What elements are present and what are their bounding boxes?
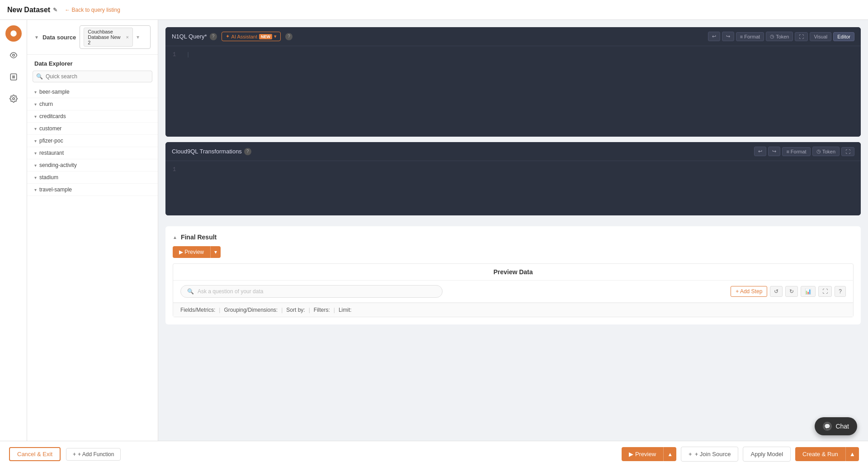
query-redo-button[interactable]: ↪: [722, 32, 734, 41]
final-result-section: ▲ Final Result ▶ Preview ▾ Preview Data …: [165, 226, 861, 324]
transform-header: Cloud9QL Transformations ? ↩ ↪ ≡ Format …: [165, 142, 861, 161]
tree-expand-icon: ▾: [34, 126, 37, 131]
add-function-label: + Add Function: [78, 451, 114, 457]
query-undo-button[interactable]: ↩: [708, 32, 720, 41]
list-item[interactable]: ▾sending-activity: [27, 159, 158, 172]
top-header: New Dataset ✎ ← Back to query listing: [0, 0, 868, 20]
preview-tool-expand[interactable]: ⛶: [818, 286, 832, 297]
main-content: ▼ Data source Couchbase Database New 2 ×…: [27, 20, 868, 467]
final-result-collapse-arrow[interactable]: ▲: [173, 235, 177, 240]
transform-expand-button[interactable]: ⛶: [841, 147, 854, 156]
create-run-chevron[interactable]: ▲: [845, 447, 859, 461]
transform-section: Cloud9QL Transformations ? ↩ ↪ ≡ Format …: [165, 142, 861, 215]
preview-data-area: Preview Data 🔍 Ask a question of your da…: [173, 263, 854, 317]
create-run-btn-group: Create & Run ▲: [795, 447, 859, 461]
query-expand-button[interactable]: ⛶: [795, 32, 808, 41]
list-item[interactable]: ▾pfizer-poc: [27, 135, 158, 147]
list-item[interactable]: ▾stadium: [27, 172, 158, 184]
transform-undo-button[interactable]: ↩: [754, 147, 766, 156]
svg-point-1: [12, 54, 14, 57]
query-help-icon[interactable]: ?: [210, 33, 217, 40]
add-step-button[interactable]: + Add Step: [731, 286, 767, 297]
list-item[interactable]: ▾travel-sample: [27, 184, 158, 196]
page-title-text: New Dataset: [7, 6, 50, 14]
preview-button[interactable]: ▶ Preview: [173, 246, 210, 258]
datasource-tag[interactable]: Couchbase Database New 2 ×: [84, 28, 133, 47]
datasource-select[interactable]: Couchbase Database New 2 × ▾: [80, 25, 151, 49]
create-run-button[interactable]: Create & Run: [795, 447, 845, 461]
preview-tool-help[interactable]: ?: [835, 286, 846, 297]
transform-token-button[interactable]: ◷ Token: [812, 147, 840, 156]
page-title: New Dataset ✎: [7, 6, 57, 14]
list-item[interactable]: ▾creditcards: [27, 110, 158, 123]
tree-list: ▾beer-sample ▾churn ▾creditcards ▾custom…: [27, 86, 158, 467]
query-code-editor[interactable]: 1 |: [165, 46, 861, 137]
datasource-chevron-icon[interactable]: ▾: [137, 34, 139, 40]
tree-expand-icon: ▾: [34, 163, 37, 168]
data-explorer-panel: ▼ Data source Couchbase Database New 2 ×…: [27, 20, 158, 467]
datasource-row: ▼ Data source Couchbase Database New 2 ×…: [27, 20, 158, 55]
preview-btn-bottom[interactable]: ▶ Preview: [622, 447, 663, 461]
transform-code-editor[interactable]: 1: [165, 161, 861, 215]
ai-new-badge: NEW: [259, 34, 272, 39]
transform-help-icon[interactable]: ?: [244, 148, 251, 155]
datasource-label: Data source: [42, 34, 76, 41]
join-source-label: + Join Source: [695, 451, 731, 457]
join-source-button[interactable]: + + Join Source: [681, 447, 738, 462]
ask-question-row: 🔍 Ask a question of your data + Add Step…: [173, 281, 853, 303]
editor-area: N1QL Query* ? ✦ AI Assistant NEW ▾ ? ↩: [158, 20, 868, 467]
main-layout: ▼ Data source Couchbase Database New 2 ×…: [0, 20, 868, 467]
query-line-number: 1: [173, 52, 176, 58]
fields-separator2: |: [281, 307, 283, 313]
sidebar-icon-eye[interactable]: [5, 47, 22, 63]
sidebar-icon-list[interactable]: [5, 69, 22, 85]
final-result-header-row: ▲ Final Result: [173, 234, 854, 241]
preview-dropdown-button[interactable]: ▾: [210, 246, 221, 258]
join-plus-icon: +: [689, 451, 692, 457]
bottom-spacer: [165, 335, 861, 367]
list-item[interactable]: ▾restaurant: [27, 147, 158, 159]
query-tab: N1QL Query* ?: [172, 33, 217, 40]
bottom-right: ▶ Preview ▲ + + Join Source Apply Model …: [622, 447, 859, 462]
datasource-collapse-arrow[interactable]: ▼: [34, 35, 39, 40]
sidebar-icon-settings[interactable]: [5, 91, 22, 107]
preview-tool-refresh2[interactable]: ↻: [785, 286, 798, 297]
preview-tool-chart[interactable]: 📊: [801, 286, 816, 297]
search-box: 🔍: [33, 71, 152, 82]
transform-format-button[interactable]: ≡ Format: [782, 147, 810, 156]
sidebar-icon-home[interactable]: [5, 25, 22, 42]
preview-data-title: Preview Data: [173, 264, 853, 281]
preview-tool-refresh[interactable]: ↺: [770, 286, 783, 297]
transform-line-number: 1: [173, 167, 176, 173]
grouping-label: Grouping/Dimensions:: [224, 307, 278, 313]
transform-redo-button[interactable]: ↪: [768, 147, 780, 156]
query-format-button[interactable]: ≡ Format: [736, 32, 764, 41]
ai-assistant-help-icon[interactable]: ?: [285, 33, 292, 40]
ai-assistant-button[interactable]: ✦ AI Assistant NEW ▾: [222, 32, 281, 41]
cancel-exit-button[interactable]: Cancel & Exit: [9, 447, 61, 461]
format-icon: ≡: [740, 34, 743, 39]
back-link[interactable]: ← Back to query listing: [65, 7, 120, 13]
datasource-close-icon[interactable]: ×: [126, 34, 129, 40]
list-item[interactable]: ▾customer: [27, 123, 158, 135]
sort-label: Sort by:: [286, 307, 305, 313]
sidebar-icons: [0, 20, 27, 467]
query-editor-button[interactable]: Editor: [833, 32, 854, 41]
query-tab-label: N1QL Query*: [172, 33, 207, 40]
preview-chevron-bottom[interactable]: ▲: [663, 447, 676, 461]
add-function-button[interactable]: + + Add Function: [66, 448, 121, 461]
data-explorer-title: Data Explorer: [27, 55, 158, 71]
query-visual-button[interactable]: Visual: [810, 32, 831, 41]
list-item[interactable]: ▾churn: [27, 98, 158, 110]
query-token-button[interactable]: ◷ Token: [766, 32, 793, 41]
edit-icon[interactable]: ✎: [53, 7, 57, 13]
list-item[interactable]: ▾beer-sample: [27, 86, 158, 98]
apply-model-button[interactable]: Apply Model: [743, 447, 791, 462]
fields-separator4: |: [334, 307, 335, 313]
bottom-left: Cancel & Exit + + Add Function: [9, 447, 121, 461]
tree-expand-icon: ▾: [34, 102, 37, 107]
preview-tools: + Add Step ↺ ↻ 📊 ⛶ ?: [731, 286, 846, 297]
search-input[interactable]: [33, 71, 152, 82]
ask-question-input[interactable]: 🔍 Ask a question of your data: [180, 285, 443, 298]
chat-fab[interactable]: 💬 Chat: [815, 417, 857, 435]
